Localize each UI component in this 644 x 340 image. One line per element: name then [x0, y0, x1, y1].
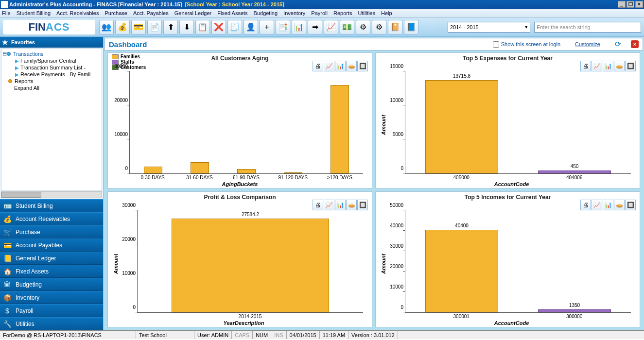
chart-xlabel: YearDescription [120, 320, 368, 326]
module-account-receivables[interactable]: 💰Account Receivables [0, 212, 103, 225]
inventory-icon: 📦 [3, 293, 12, 302]
toolbar-btn-5[interactable]: ⬆ [163, 20, 178, 34]
toolbar-btn-3[interactable]: 💳 [131, 20, 146, 34]
menu-acct-receivables[interactable]: Acct. Receivables [56, 10, 99, 16]
chart-bar [331, 85, 349, 173]
chart-bar: 450 [538, 170, 611, 173]
tree-transactions[interactable]: Transactions [13, 51, 44, 57]
module-utilities[interactable]: 🔧Utilities [0, 317, 103, 330]
toolbar-btn-11[interactable]: + [260, 20, 274, 34]
tree-item-receive[interactable]: Receive Payments - By Famil [20, 71, 90, 77]
minimize-button[interactable]: _ [618, 1, 626, 8]
module-general-ledger[interactable]: 📒General Ledger [0, 252, 103, 265]
ytick: 5000 [386, 132, 403, 137]
tree-expand-all[interactable]: Expand All [14, 85, 39, 91]
favorites-tree[interactable]: ⊟ Transactions ▶Family/Sponsor Central ▶… [1, 49, 102, 190]
chart-bar: 13715.8 [425, 80, 499, 173]
chart-bar: 1350 [538, 309, 611, 312]
menu-acct-payables[interactable]: Acct. Payables [133, 10, 169, 16]
module-budgeting[interactable]: 🏛Budgeting [0, 278, 103, 291]
toolbar-btn-12[interactable]: 📑 [276, 20, 290, 34]
toolbar-btn-19[interactable]: 📔 [388, 20, 402, 34]
toolbar-btn-6[interactable]: ⬇ [179, 20, 194, 34]
search-input[interactable]: Enter the search string [534, 22, 641, 33]
refresh-icon[interactable]: ⟳ [615, 40, 621, 49]
ytick: 30000 [386, 243, 403, 249]
star-icon: ★ [2, 38, 8, 46]
menu-budgeting[interactable]: Budgeting [254, 10, 278, 16]
xtick: 61-90 DAYS [223, 175, 269, 180]
module-purchase[interactable]: 🛒Purchase [0, 225, 103, 238]
menu-fixed-assets[interactable]: Fixed Assets [217, 10, 247, 16]
year-selector[interactable]: 2014 - 2015 ▾ [448, 22, 530, 33]
receivables-icon: 💰 [3, 215, 12, 223]
toolbar-btn-9[interactable]: 🧾 [227, 20, 242, 34]
menu-help[interactable]: Help [381, 10, 392, 16]
budgeting-icon: 🏛 [3, 280, 12, 289]
chart-panel-0: FamiliesStaffsCustomersAll Customers Agi… [107, 52, 372, 188]
customize-link[interactable]: Customize [575, 41, 600, 47]
xtick: 300001 [405, 314, 518, 319]
menu-reports[interactable]: Reports [333, 10, 352, 16]
module-fixed-assets[interactable]: 🏠Fixed Assets [0, 265, 103, 278]
menu-utilities[interactable]: Utilities [358, 10, 375, 16]
module-payroll[interactable]: $Payroll [0, 304, 103, 317]
close-window-button[interactable]: × [635, 1, 643, 8]
toolbar-btn-7[interactable]: 📋 [195, 20, 210, 34]
toolbar-btn-16[interactable]: 💵 [340, 20, 354, 34]
charts-grid: FamiliesStaffsCustomersAll Customers Agi… [104, 52, 644, 330]
chart-panel-1: Top 5 Expenses for Current Year🖨📈📊🥧🔲Amou… [375, 52, 640, 188]
tree-item-summary[interactable]: Transaction Summary List - [20, 65, 86, 70]
ytick: 0 [386, 166, 403, 171]
toolbar-btn-17[interactable]: ⚙ [356, 20, 370, 34]
menu-student-billing[interactable]: Student Billing [17, 10, 51, 16]
utilities-icon: 🔧 [3, 320, 12, 328]
status-caps: CAPS [232, 331, 253, 339]
logo: FINACS [3, 20, 95, 34]
menu-file[interactable]: File [2, 10, 11, 16]
ytick: 50000 [386, 203, 403, 208]
chart-bar [144, 167, 162, 173]
toolbar-btn-13[interactable]: 📊 [292, 20, 306, 34]
module-account-payables[interactable]: 💳Account Payables [0, 238, 103, 252]
favorites-label: Favorites [11, 39, 35, 45]
toolbar-btn-20[interactable]: 📘 [404, 20, 418, 34]
favorites-header[interactable]: ★ Favorites [0, 37, 103, 48]
close-dashboard-button[interactable]: × [631, 40, 639, 48]
menu-general-ledger[interactable]: General Ledger [174, 10, 211, 16]
toolbar-btn-14[interactable]: ➡ [308, 20, 322, 34]
toolbar-btn-4[interactable]: 📄 [147, 20, 162, 34]
module-list: 🪪Student Billing 💰Account Receivables 🛒P… [0, 199, 103, 330]
app-icon [1, 1, 8, 8]
toolbar-btn-10[interactable]: 👤 [244, 20, 258, 34]
ytick: 10000 [386, 98, 403, 103]
chart-bar [191, 162, 209, 173]
bar-value-label: 27584.2 [242, 212, 259, 217]
toolbar-btn-1[interactable]: 👥 [99, 20, 114, 34]
menu-inventory[interactable]: Inventory [283, 10, 305, 16]
xtick: 91-120 DAYS [270, 175, 316, 180]
dashboard-header: Dashboard Show this screen at login Cust… [104, 38, 643, 51]
toolbar-btn-8[interactable]: ❌ [211, 20, 226, 34]
xtick: 2014-2015 [137, 314, 363, 319]
chart-bar: 27584.2 [172, 219, 330, 312]
ytick: 10000 [110, 132, 128, 137]
module-inventory[interactable]: 📦Inventory [0, 291, 103, 304]
toolbar-btn-15[interactable]: 📈 [324, 20, 338, 34]
tree-reports[interactable]: Reports [15, 78, 34, 84]
xtick: 405000 [405, 175, 518, 180]
status-num: NUM [253, 331, 271, 339]
status-user: User: ADMIN [194, 331, 232, 339]
toolbar-btn-18[interactable]: ⚙ [372, 20, 386, 34]
ytick: 0 [110, 166, 128, 171]
module-student-billing[interactable]: 🪪Student Billing [0, 199, 103, 212]
status-time: 11:19 AM [320, 331, 348, 339]
tree-hscrollbar[interactable] [1, 191, 102, 198]
toolbar-btn-2[interactable]: 💰 [115, 20, 130, 34]
menu-purchase[interactable]: Purchase [105, 10, 127, 16]
maximize-button[interactable]: ❐ [627, 1, 634, 8]
tree-item-family[interactable]: Family/Sponsor Central [20, 58, 76, 64]
sidebar: ★ Favorites ⊟ Transactions ▶Family/Spons… [0, 37, 104, 330]
menu-payroll[interactable]: Payroll [311, 10, 328, 16]
show-at-login-checkbox[interactable] [493, 41, 499, 48]
